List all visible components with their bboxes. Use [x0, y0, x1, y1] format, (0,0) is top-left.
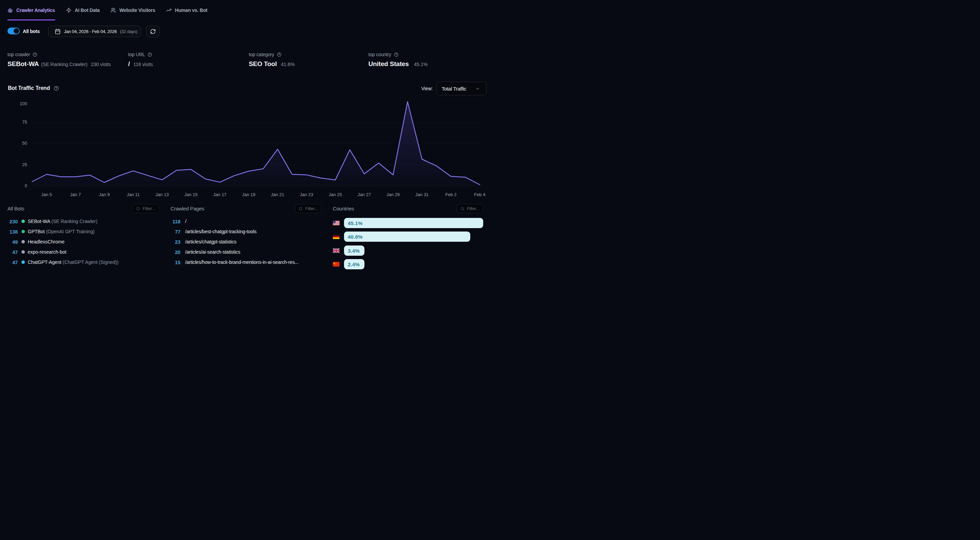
svg-text:Jan 21: Jan 21 [271, 192, 284, 197]
svg-text:Jan 23: Jan 23 [300, 192, 313, 197]
svg-text:Feb 4: Feb 4 [474, 192, 485, 197]
svg-text:Jan 19: Jan 19 [242, 192, 255, 197]
svg-text:Feb 2: Feb 2 [445, 192, 456, 197]
svg-text:100: 100 [20, 101, 27, 106]
svg-text:Jan 13: Jan 13 [156, 192, 169, 197]
svg-text:Jan 11: Jan 11 [127, 192, 140, 197]
svg-text:Jan 27: Jan 27 [358, 192, 371, 197]
svg-text:0: 0 [24, 183, 27, 188]
svg-text:Jan 17: Jan 17 [213, 192, 227, 197]
svg-text:Jan 7: Jan 7 [70, 192, 81, 197]
svg-text:75: 75 [22, 119, 27, 124]
svg-text:Jan 9: Jan 9 [99, 192, 110, 197]
svg-text:Jan 15: Jan 15 [185, 192, 198, 197]
svg-text:Jan 29: Jan 29 [387, 192, 400, 197]
svg-text:Jan 31: Jan 31 [415, 192, 429, 197]
svg-text:50: 50 [22, 141, 27, 146]
svg-text:Jan 25: Jan 25 [329, 192, 342, 197]
svg-text:Jan 5: Jan 5 [41, 192, 52, 197]
svg-text:25: 25 [22, 162, 27, 167]
